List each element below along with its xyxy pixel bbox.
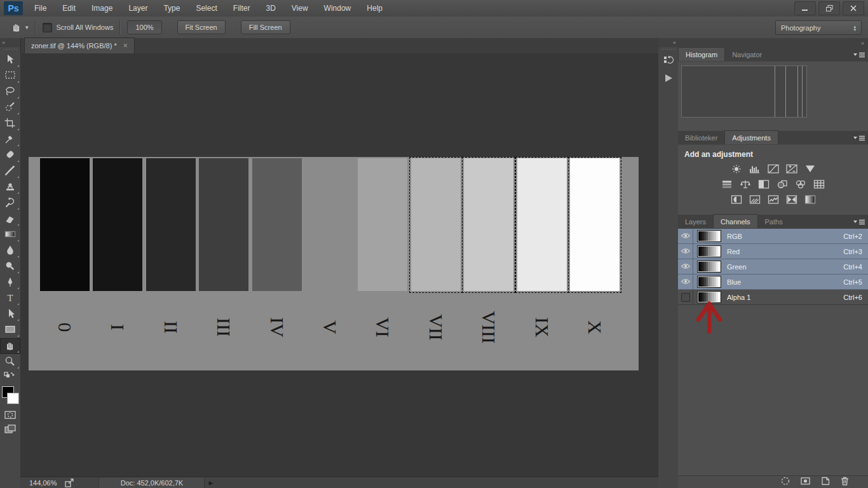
tool-spot-healing-brush[interactable]: [0, 147, 20, 163]
visibility-toggle[interactable]: [678, 274, 693, 289]
fill-screen-button[interactable]: Fill Screen: [241, 20, 290, 34]
menu-type[interactable]: Type: [163, 4, 180, 13]
workspace-switcher[interactable]: Photography ▴▾: [775, 20, 862, 35]
channels-tab-layers[interactable]: Layers: [678, 215, 713, 228]
visibility-checkbox[interactable]: [681, 293, 690, 302]
tool-lasso[interactable]: [0, 84, 20, 100]
panel-menu-icon[interactable]: [853, 134, 865, 143]
tool-crop[interactable]: [0, 116, 20, 132]
adjustment-invert[interactable]: [729, 194, 743, 206]
channel-row-red[interactable]: RedCtrl+3: [678, 244, 868, 259]
adjustment-exposure[interactable]: [785, 164, 799, 175]
adjustment-brightness-contrast[interactable]: [729, 164, 743, 175]
adjustment-posterize[interactable]: [748, 194, 762, 206]
menu-edit[interactable]: Edit: [62, 4, 76, 13]
menu-filter[interactable]: Filter: [233, 4, 250, 13]
adjustment-hue-saturation[interactable]: [720, 179, 734, 191]
menu-window[interactable]: Window: [324, 4, 351, 13]
load-selection-button[interactable]: [780, 476, 791, 488]
toolbar-collapse-icon[interactable]: »: [0, 38, 20, 47]
tool-eraser[interactable]: [0, 211, 20, 227]
adjustment-levels[interactable]: [748, 164, 762, 175]
histogram-tab-histogram[interactable]: Histogram: [678, 47, 725, 61]
tool-blur[interactable]: [0, 243, 20, 259]
delete-channel-button[interactable]: [839, 476, 850, 488]
adjustment-color-balance[interactable]: [738, 179, 752, 191]
close-button[interactable]: [843, 1, 864, 15]
tool-type[interactable]: T: [0, 290, 20, 306]
tool-hand[interactable]: [0, 338, 20, 354]
menu-file[interactable]: File: [34, 4, 46, 13]
adjustment-channel-mixer[interactable]: [794, 179, 808, 191]
channel-row-rgb[interactable]: RGBCtrl+2: [678, 229, 868, 244]
canvas-area[interactable]: 0IIIIIIIVVVIVIIVIIIIXX: [20, 53, 658, 477]
visibility-toggle[interactable]: [678, 290, 693, 304]
adjustment-selective-color[interactable]: [803, 194, 817, 206]
panel-menu-icon[interactable]: [853, 218, 865, 227]
adjustment-color-lookup[interactable]: [812, 179, 826, 191]
restore-button[interactable]: [818, 1, 840, 15]
save-selection-button[interactable]: [799, 476, 811, 488]
adjustment-curves[interactable]: [766, 164, 780, 175]
fit-screen-button[interactable]: Fit Screen: [177, 20, 226, 34]
adjustments-tab-biblioteker[interactable]: Biblioteker: [678, 131, 724, 144]
collapsed-panel-history[interactable]: [658, 52, 678, 70]
dock-grip[interactable]: [661, 48, 675, 51]
document-tab[interactable]: zoner.tif @ 144% (RGB/8) * ×: [24, 37, 135, 53]
adjustment-photo-filter[interactable]: [775, 179, 789, 191]
menu-layer[interactable]: Layer: [128, 4, 147, 13]
background-color-swatch[interactable]: [7, 393, 19, 404]
channels-tab-channels[interactable]: Channels: [713, 214, 757, 228]
menu-view[interactable]: View: [292, 4, 308, 13]
tool-gradient[interactable]: [0, 227, 20, 243]
current-tool-preview[interactable]: ▾: [10, 22, 29, 34]
tool-history-brush[interactable]: [0, 195, 20, 211]
doc-size-indicator[interactable]: Doc: 452,0K/602,7K: [98, 478, 205, 488]
close-tab-icon[interactable]: ×: [123, 41, 128, 50]
panel-menu-icon[interactable]: [853, 51, 865, 60]
tool-rectangle-shape[interactable]: [0, 322, 20, 338]
scroll-all-windows-checkbox[interactable]: [43, 23, 52, 32]
menu-help[interactable]: Help: [367, 4, 383, 13]
quick-mask-button[interactable]: [0, 408, 20, 422]
tool-eyedropper[interactable]: [0, 132, 20, 147]
menu-select[interactable]: Select: [196, 4, 217, 13]
tool-quick-selection[interactable]: [0, 100, 20, 116]
channel-row-green[interactable]: GreenCtrl+4: [678, 259, 868, 274]
tool-pen[interactable]: [0, 274, 20, 290]
tool-rectangular-marquee[interactable]: [0, 68, 20, 84]
zone-label: VIII: [478, 311, 499, 344]
tool-move[interactable]: [0, 52, 20, 68]
adjustment-gradient-map[interactable]: [785, 194, 799, 206]
scroll-all-windows-option[interactable]: Scroll All Windows: [43, 23, 114, 32]
channels-tab-paths[interactable]: Paths: [758, 215, 790, 228]
export-arrow-icon[interactable]: [64, 478, 74, 488]
tool-path-selection[interactable]: [0, 306, 20, 322]
new-channel-button[interactable]: [819, 476, 831, 488]
minimize-button[interactable]: [794, 1, 816, 15]
adjustment-black-white[interactable]: [757, 179, 771, 191]
menu-image[interactable]: Image: [92, 4, 112, 13]
adjustment-vibrance[interactable]: [803, 164, 817, 175]
visibility-toggle[interactable]: [678, 259, 693, 274]
zoom-level-field[interactable]: 144,06%: [29, 479, 57, 487]
tool-clone-stamp[interactable]: [0, 179, 20, 195]
dock-collapse-icon[interactable]: «: [658, 38, 678, 47]
default-swap-colors[interactable]: [0, 370, 20, 384]
collapsed-panel-actions[interactable]: [658, 70, 678, 88]
screen-mode-button[interactable]: [0, 422, 20, 436]
histogram-tab-navigator[interactable]: Navigator: [725, 48, 769, 61]
zoom-100-button[interactable]: 100%: [127, 20, 161, 34]
status-options-arrow-icon[interactable]: ▶: [208, 480, 213, 486]
tool-brush[interactable]: [0, 163, 20, 179]
adjustment-threshold[interactable]: [766, 194, 780, 206]
tool-zoom[interactable]: [0, 354, 20, 370]
toolbar-grip[interactable]: [3, 48, 18, 51]
menu-3d[interactable]: 3D: [266, 4, 275, 13]
visibility-toggle[interactable]: [678, 229, 693, 243]
adjustments-tab-adjustments[interactable]: Adjustments: [724, 130, 778, 144]
tool-dodge[interactable]: [0, 259, 20, 274]
visibility-toggle[interactable]: [678, 244, 693, 259]
dock-collapse-icon[interactable]: »: [861, 40, 864, 46]
channel-row-blue[interactable]: BlueCtrl+5: [678, 274, 868, 290]
